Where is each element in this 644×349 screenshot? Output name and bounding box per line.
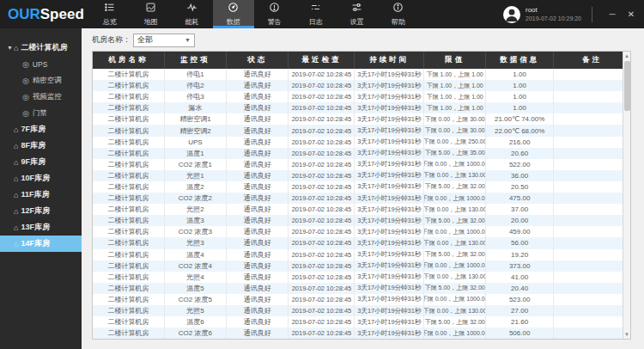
sidebar-item-14f[interactable]: ⌂ 14F库房 (0, 236, 82, 252)
cell-last-check: 2019-07-02 10:28:45 (289, 102, 355, 113)
cell-duration: 3天17小时19分钟31秒 (355, 272, 424, 283)
monitor-point-icon: ◎ (22, 60, 29, 69)
tab-alerts[interactable]: 警告 (254, 0, 295, 28)
cell-status: 通讯良好 (227, 181, 289, 193)
table-row[interactable]: 二楼计算机房 CO2 浓度6 通讯良好 2019-07-02 10:28:45 … (93, 328, 630, 339)
cell-last-check: 2019-07-02 10:28:45 (289, 170, 355, 181)
table-row[interactable]: 二楼计算机房 温度3 通讯良好 2019-07-02 10:28:45 3天17… (93, 215, 630, 226)
table-row[interactable]: 二楼计算机房 精密空调2 通讯良好 2019-07-02 10:28:45 3天… (93, 125, 630, 136)
table-row[interactable]: 二楼计算机房 CO2 浓度3 通讯良好 2019-07-02 10:28:45 … (93, 226, 630, 237)
cell-limits: 下限 5.00，上限 35.00 (424, 148, 486, 159)
table-row[interactable]: 二楼计算机房 CO2 浓度5 通讯良好 2019-07-02 10:28:45 … (93, 294, 630, 305)
table-row[interactable]: 二楼计算机房 光照1 通讯良好 2019-07-02 10:28:45 3天17… (93, 170, 630, 181)
cell-limits: 下限 0.00，上限 130.00 (424, 237, 486, 248)
table-row[interactable]: 二楼计算机房 温度5 通讯良好 2019-07-02 10:28:45 3天17… (93, 283, 630, 294)
cell-data-info: 19.20 (486, 249, 554, 260)
table-row[interactable]: 二楼计算机房 UPS 通讯良好 2019-07-02 10:28:45 3天17… (93, 137, 630, 148)
chevron-down-icon: ▼ (7, 45, 14, 51)
table-row[interactable]: 二楼计算机房 光照4 通讯良好 2019-07-02 10:28:45 3天17… (93, 272, 630, 283)
home-icon: ⌂ (14, 158, 18, 167)
tab-label: 日志 (309, 18, 323, 26)
tab-map[interactable]: 地图 (131, 0, 172, 28)
tab-logs[interactable]: 日志 (295, 0, 337, 28)
table-row[interactable]: 二楼计算机房 CO2 浓度4 通讯良好 2019-07-02 10:28:45 … (93, 260, 630, 272)
sidebar-item-7f[interactable]: ⌂ 7F库房 (0, 121, 82, 138)
tab-overview[interactable]: 总览 (89, 0, 131, 28)
cell-room: 二楼计算机房 (93, 193, 165, 204)
cell-status: 通讯良好 (227, 91, 289, 102)
tab-settings[interactable]: 设置 (337, 0, 378, 28)
table-row[interactable]: 二楼计算机房 光照5 通讯良好 2019-07-02 10:28:45 3天17… (93, 305, 630, 316)
table-row[interactable]: 二楼计算机房 温度4 通讯良好 2019-07-02 10:28:45 3天17… (93, 249, 630, 260)
cell-limits: 下限 0.00，上限 250.00 (424, 137, 486, 148)
cell-status: 通讯良好 (227, 170, 289, 181)
cell-remarks (554, 181, 630, 193)
sidebar-item-ups[interactable]: ◎ UPS (0, 56, 82, 72)
cell-monitor-item: CO2 浓度2 (165, 193, 227, 204)
cell-data-info: 506.00 (486, 328, 554, 339)
logo-suffix: Speed (40, 6, 84, 23)
energy-icon (186, 2, 197, 18)
table-scrollbar[interactable]: ▲ ▼ (623, 52, 630, 339)
minimize-button[interactable]: ─ (603, 0, 622, 28)
sidebar-item-label: 12F库房 (21, 205, 50, 217)
home-icon: ⌂ (14, 240, 18, 248)
sidebar-item-9f[interactable]: ⌂ 9F库房 (0, 154, 82, 170)
close-button[interactable]: ✕ (622, 0, 641, 28)
tab-help[interactable]: 帮助 (378, 0, 419, 28)
cell-remarks (554, 305, 630, 316)
cell-monitor-item: 温度6 (165, 316, 227, 328)
cell-limits: 下限 0.00，上限 1000.00 (424, 260, 486, 272)
table-row[interactable]: 二楼计算机房 停电2 通讯良好 2019-07-02 10:28:45 3天17… (93, 80, 630, 91)
table-row[interactable]: 二楼计算机房 停电1 通讯良好 2019-07-02 10:28:45 3天17… (93, 69, 630, 80)
tab-energy[interactable]: 能耗 (172, 0, 213, 28)
sidebar-item-label: 9F库房 (21, 156, 46, 168)
sidebar-item-computer-room[interactable]: ▼ ⌂ 二楼计算机房 (0, 40, 82, 56)
sidebar-item-11f[interactable]: ⌂ 11F库房 (0, 187, 82, 203)
table-row[interactable]: 二楼计算机房 CO2 浓度1 通讯良好 2019-07-02 10:28:45 … (93, 159, 630, 170)
user-menu[interactable]: root 2019-07-02 10:29:20 (503, 0, 581, 28)
table-row[interactable]: 二楼计算机房 温度6 通讯良好 2019-07-02 10:28:45 3天17… (93, 316, 630, 328)
app-logo: OURSpeed (0, 0, 89, 28)
cell-data-info: 1.00 (486, 69, 554, 80)
table-row[interactable]: 二楼计算机房 光照2 通讯良好 2019-07-02 10:28:45 3天17… (93, 204, 630, 215)
sidebar-item-12f[interactable]: ⌂ 12F库房 (0, 203, 82, 219)
column-header-last-check: 最近检查 (289, 52, 355, 69)
table-row[interactable]: 二楼计算机房 精密空调1 通讯良好 2019-07-02 10:28:45 3天… (93, 113, 630, 125)
tab-label: 能耗 (185, 18, 199, 26)
table-row[interactable]: 二楼计算机房 CO2 浓度2 通讯良好 2019-07-02 10:28:45 … (93, 193, 630, 204)
sidebar-item-video-monitor[interactable]: ◎ 视频监控 (0, 89, 82, 105)
column-header-data-info: 数据信息 (486, 52, 554, 69)
sidebar-item-precision-ac[interactable]: ◎ 精密空调 (0, 72, 82, 89)
cell-monitor-item: 温度5 (165, 283, 227, 294)
table-row[interactable]: 二楼计算机房 漏水 通讯良好 2019-07-02 10:28:45 3天17小… (93, 102, 630, 113)
table-row[interactable]: 二楼计算机房 温度1 通讯良好 2019-07-02 10:28:45 3天17… (93, 148, 630, 159)
user-name: root (526, 6, 581, 15)
sidebar-item-label: 视频监控 (33, 92, 62, 102)
table-row[interactable]: 二楼计算机房 光照3 通讯良好 2019-07-02 10:28:45 3天17… (93, 237, 630, 248)
sidebar-item-13f[interactable]: ⌂ 13F库房 (0, 219, 82, 236)
cell-status: 通讯良好 (227, 215, 289, 226)
scroll-down-icon[interactable]: ▼ (624, 330, 629, 339)
cell-limits: 下限 0.00，上限 130.00 (424, 305, 486, 316)
cell-duration: 3天17小时19分钟31秒 (355, 215, 424, 226)
home-icon: ⌂ (14, 126, 18, 134)
cell-status: 通讯良好 (227, 102, 289, 113)
cell-limits: 下限 0.00，上限 1000.00 (424, 226, 486, 237)
cell-room: 二楼计算机房 (93, 170, 165, 181)
sidebar-item-10f[interactable]: ⌂ 10F库房 (0, 170, 82, 187)
sidebar-item-8f[interactable]: ⌂ 8F库房 (0, 138, 82, 154)
tab-data[interactable]: 数据 (213, 0, 254, 28)
cell-last-check: 2019-07-02 10:28:45 (289, 113, 355, 125)
main-content: 机房名称： 全部 ▼ 机房名称 监控项 状态 最近检查 持续时间 限值 数据信息… (82, 28, 644, 349)
cell-limits: 下限 5.00，上限 32.00 (424, 249, 486, 260)
table-row[interactable]: 二楼计算机房 停电3 通讯良好 2019-07-02 10:28:45 3天17… (93, 91, 630, 102)
cell-status: 通讯良好 (227, 272, 289, 283)
room-filter-select[interactable]: 全部 ▼ (133, 34, 195, 47)
cell-room: 二楼计算机房 (93, 148, 165, 159)
cell-remarks (554, 294, 630, 305)
scroll-up-icon[interactable]: ▲ (624, 52, 629, 60)
table-row[interactable]: 二楼计算机房 温度2 通讯良好 2019-07-02 10:28:45 3天17… (93, 181, 630, 193)
scrollbar-thumb[interactable] (624, 61, 630, 111)
sidebar-item-access-control[interactable]: ◎ 门禁 (0, 105, 82, 121)
